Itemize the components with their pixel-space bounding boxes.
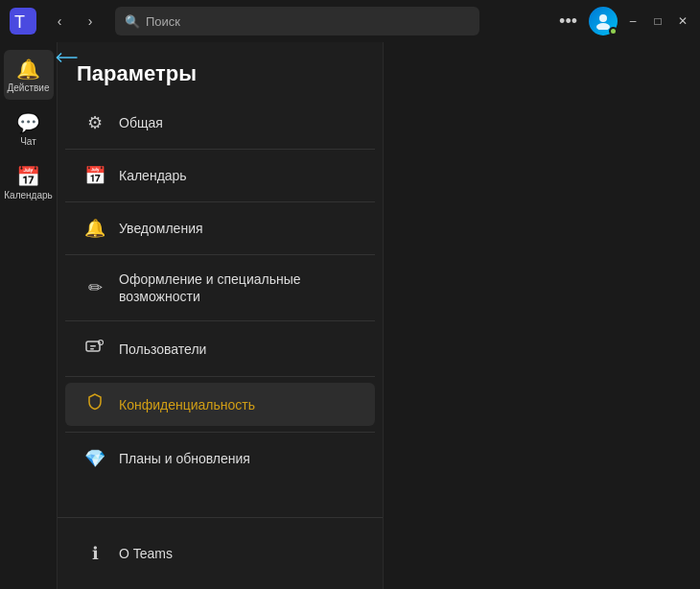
privacy-icon — [84, 392, 105, 416]
plans-label: Планы и обновления — [119, 451, 250, 466]
divider-4 — [65, 320, 375, 321]
svg-rect-6 — [90, 348, 94, 350]
settings-item-about[interactable]: ℹ О Teams — [65, 533, 375, 574]
maximize-button[interactable]: □ — [648, 12, 667, 31]
general-label: Общая — [119, 115, 163, 130]
sidebar-item-activity-label: Действие — [8, 82, 50, 93]
main-layout: 🔔 Действие 💬 Чат 📅 Календарь Параметры ⚙… — [0, 42, 700, 589]
sidebar-item-calendar-label: Календарь — [4, 190, 52, 200]
titlebar-right: ••• – □ ✕ — [553, 7, 692, 35]
settings-title: Параметры — [58, 61, 383, 102]
notifications-settings-label: Уведомления — [119, 221, 203, 236]
sidebar-item-calendar[interactable]: 📅 Календарь — [4, 157, 54, 207]
svg-text:T: T — [14, 12, 25, 32]
sidebar-item-chat[interactable]: 💬 Чат — [4, 104, 54, 153]
appearance-icon: ✏ — [84, 277, 105, 298]
appearance-label: Оформление и специальные возможности — [119, 271, 356, 305]
activity-icon: 🔔 — [16, 58, 40, 81]
back-button[interactable]: ‹ — [46, 8, 73, 35]
settings-item-calendar[interactable]: 📅 Календарь — [65, 155, 375, 196]
people-label: Пользователи — [119, 342, 206, 357]
notifications-settings-icon: 🔔 — [84, 218, 105, 239]
privacy-label: Конфиденциальность — [119, 397, 255, 412]
svg-rect-5 — [90, 345, 96, 347]
calendar-settings-label: Календарь — [119, 168, 187, 183]
forward-button[interactable]: › — [77, 8, 104, 35]
general-icon: ⚙ — [84, 112, 105, 133]
divider-5 — [65, 376, 375, 377]
settings-item-appearance[interactable]: ✏ Оформление и специальные возможности — [65, 261, 375, 315]
svg-point-2 — [599, 14, 607, 22]
settings-menu: ⚙ Общая 📅 Календарь 🔔 Уведомления ✏ Офор… — [58, 102, 383, 517]
plans-icon: 💎 — [84, 448, 105, 469]
search-bar[interactable]: 🔍 Поиск — [115, 7, 479, 35]
sidebar: 🔔 Действие 💬 Чат 📅 Календарь — [0, 42, 58, 589]
people-icon — [84, 337, 105, 361]
divider-6 — [65, 432, 375, 433]
search-placeholder: Поиск — [146, 14, 180, 29]
settings-item-plans[interactable]: 💎 Планы и обновления — [65, 438, 375, 479]
teams-logo[interactable]: T — [8, 6, 38, 36]
divider-3 — [65, 254, 375, 255]
about-icon: ℹ — [84, 543, 105, 564]
divider-1 — [65, 149, 375, 150]
sidebar-item-chat-label: Чат — [20, 136, 36, 147]
calendar-settings-icon: 📅 — [84, 165, 105, 186]
about-label: О Teams — [119, 546, 173, 561]
close-button[interactable]: ✕ — [673, 12, 692, 31]
minimize-button[interactable]: – — [623, 12, 642, 31]
settings-panel: Параметры ⚙ Общая 📅 Календарь 🔔 Уведомле… — [58, 42, 384, 589]
chat-icon: 💬 — [16, 111, 40, 134]
titlebar: T ‹ › 🔍 Поиск ••• – □ ✕ — [0, 0, 700, 42]
divider-2 — [65, 201, 375, 202]
settings-item-people[interactable]: Пользователи — [65, 327, 375, 370]
settings-item-privacy[interactable]: Конфиденциальность — [65, 383, 375, 426]
search-icon: 🔍 — [125, 14, 140, 29]
settings-item-general[interactable]: ⚙ Общая — [65, 103, 375, 143]
sidebar-item-activity[interactable]: 🔔 Действие — [4, 50, 54, 100]
more-options-button[interactable]: ••• — [553, 8, 583, 35]
calendar-icon: 📅 — [16, 165, 40, 188]
settings-item-notifications[interactable]: 🔔 Уведомления — [65, 208, 375, 248]
svg-point-3 — [596, 23, 610, 30]
settings-bottom: ℹ О Teams — [58, 517, 383, 589]
user-avatar[interactable] — [589, 7, 618, 35]
presence-indicator — [609, 27, 618, 35]
content-area — [384, 42, 700, 589]
